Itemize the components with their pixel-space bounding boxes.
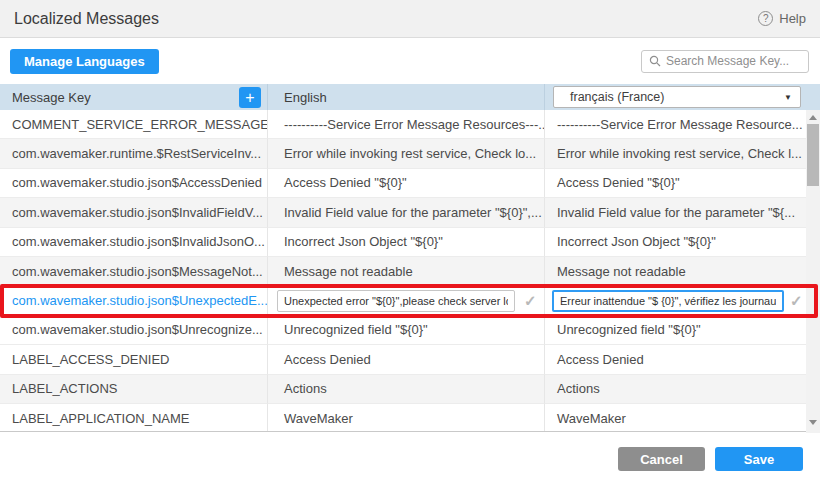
help-label: Help	[779, 11, 806, 26]
cell-french: Error while invoking rest service, Check…	[545, 139, 806, 168]
cell-french: ----------Service Error Message Resource…	[545, 110, 806, 139]
english-value-input[interactable]	[277, 290, 515, 312]
manage-languages-button[interactable]: Manage Languages	[10, 49, 159, 74]
cell-french: WaveMaker	[545, 404, 806, 432]
table-row[interactable]: com.wavemaker.studio.json$InvalidFieldV.…	[0, 198, 806, 227]
cell-english-editing: ✓	[268, 286, 545, 315]
cancel-button[interactable]: Cancel	[618, 447, 705, 471]
cell-message-key: LABEL_ACTIONS	[0, 375, 268, 404]
cell-french: Unrecognized field "${0}"	[545, 316, 806, 345]
search-box[interactable]	[641, 50, 809, 73]
cell-message-key: com.wavemaker.runtime.$RestServiceInv...	[0, 139, 268, 168]
selected-message-key[interactable]: com.wavemaker.studio.json$UnexpectedE...	[0, 286, 268, 315]
search-input[interactable]	[666, 54, 801, 68]
table-row[interactable]: com.wavemaker.runtime.$RestServiceInv...…	[0, 139, 806, 168]
page-title: Localized Messages	[14, 10, 159, 28]
cell-message-key: com.wavemaker.studio.json$InvalidFieldV.…	[0, 198, 268, 227]
table-body: COMMENT_SERVICE_ERROR_MESSAGES ---------…	[0, 110, 806, 432]
confirm-check-icon[interactable]: ✓	[524, 292, 537, 310]
cell-french: Actions	[545, 375, 806, 404]
messages-table: Message Key + English français (France) …	[0, 84, 820, 432]
cell-french: Incorrect Json Object "${0}"	[545, 228, 806, 257]
scroll-up-arrow-icon[interactable]	[809, 115, 817, 120]
table-row[interactable]: com.wavemaker.studio.json$InvalidJsonO..…	[0, 228, 806, 257]
cell-message-key: LABEL_ACCESS_DENIED	[0, 345, 268, 374]
vertical-scrollbar[interactable]	[806, 110, 820, 433]
chevron-down-icon: ▼	[784, 93, 792, 102]
column-header-english: English	[268, 84, 545, 110]
help-link[interactable]: ? Help	[758, 11, 806, 26]
column-header-language: français (France) ▼	[545, 84, 806, 110]
table-row[interactable]: com.wavemaker.studio.json$AccessDenied A…	[0, 169, 806, 198]
table-header: Message Key + English français (France) …	[0, 84, 820, 110]
toolbar: Manage Languages	[0, 38, 820, 84]
scrollbar-thumb[interactable]	[807, 124, 819, 186]
table-row[interactable]: LABEL_ACTIONS Actions Actions	[0, 375, 806, 404]
footer-actions: Cancel Save	[618, 447, 803, 471]
cell-message-key: COMMENT_SERVICE_ERROR_MESSAGES	[0, 110, 268, 139]
search-icon	[649, 55, 661, 67]
table-row[interactable]: LABEL_APPLICATION_NAME WaveMaker WaveMak…	[0, 404, 806, 432]
cell-message-key: com.wavemaker.studio.json$MessageNot...	[0, 257, 268, 286]
cell-english: Invalid Field value for the parameter "$…	[268, 198, 545, 227]
cell-french: Access Denied	[545, 345, 806, 374]
cell-message-key: com.wavemaker.studio.json$AccessDenied	[0, 169, 268, 198]
table-row[interactable]: COMMENT_SERVICE_ERROR_MESSAGES ---------…	[0, 110, 806, 139]
column-header-message-key: Message Key +	[0, 84, 268, 110]
cell-message-key: com.wavemaker.studio.json$InvalidJsonO..…	[0, 228, 268, 257]
language-select-value: français (France)	[570, 90, 664, 104]
cell-english: ----------Service Error Message Resource…	[268, 110, 545, 139]
table-row[interactable]: com.wavemaker.studio.json$Unrecognize...…	[0, 316, 806, 345]
confirm-check-icon[interactable]: ✓	[790, 292, 803, 310]
cell-english: Incorrect Json Object "${0}"	[268, 228, 545, 257]
cell-french: Access Denied "${0}"	[545, 169, 806, 198]
cell-english: Message not readable	[268, 257, 545, 286]
cell-french: Message not readable	[545, 257, 806, 286]
table-row-editing[interactable]: com.wavemaker.studio.json$UnexpectedE...…	[0, 286, 806, 315]
title-bar: Localized Messages ? Help	[0, 0, 820, 38]
cell-message-key: com.wavemaker.studio.json$Unrecognize...	[0, 316, 268, 345]
cell-english: Error while invoking rest service, Check…	[268, 139, 545, 168]
french-value-input[interactable]	[552, 290, 784, 312]
table-row[interactable]: com.wavemaker.studio.json$MessageNot... …	[0, 257, 806, 286]
language-select[interactable]: français (France) ▼	[553, 86, 801, 108]
cell-english: Unrecognized field "${0}"	[268, 316, 545, 345]
cell-english: Actions	[268, 375, 545, 404]
cell-english: WaveMaker	[268, 404, 545, 432]
cell-french: Invalid Field value for the parameter "$…	[545, 198, 806, 227]
cell-french-editing: ✓	[545, 286, 806, 315]
help-icon: ?	[758, 11, 773, 26]
save-button[interactable]: Save	[715, 447, 803, 471]
cell-english: Access Denied "${0}"	[268, 169, 545, 198]
localized-messages-dialog: Localized Messages ? Help Manage Languag…	[0, 0, 820, 487]
cell-message-key: LABEL_APPLICATION_NAME	[0, 404, 268, 432]
table-row[interactable]: LABEL_ACCESS_DENIED Access Denied Access…	[0, 345, 806, 374]
cell-english: Access Denied	[268, 345, 545, 374]
scroll-down-arrow-icon[interactable]	[809, 420, 817, 425]
add-message-key-button[interactable]: +	[239, 87, 261, 108]
